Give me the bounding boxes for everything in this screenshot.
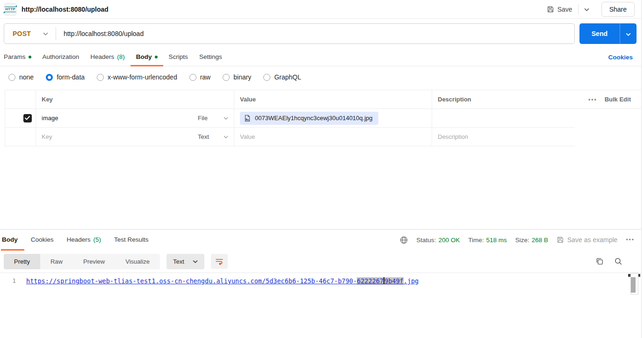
divider: [56, 27, 56, 40]
type-selector[interactable]: Text: [198, 133, 228, 140]
mode-form-data[interactable]: form-data: [46, 73, 85, 81]
copy-icon: [595, 257, 604, 266]
tab-body[interactable]: Body: [130, 49, 163, 66]
drag-handle: [5, 128, 19, 146]
wrap-lines-button[interactable]: [211, 254, 228, 269]
view-pretty[interactable]: Pretty: [4, 254, 40, 269]
value-input[interactable]: Value: [234, 128, 432, 146]
radio-selected-icon: [46, 74, 53, 81]
tab-scripts[interactable]: Scripts: [163, 49, 194, 66]
response-tab-body[interactable]: Body: [1, 230, 24, 251]
scrollbar-track[interactable]: [630, 273, 638, 295]
selected-text: 6222267: [357, 277, 384, 285]
radio-icon: [223, 74, 230, 81]
more-options-icon[interactable]: •••: [588, 96, 597, 103]
size-badge: Size: 268 B: [515, 237, 548, 244]
body-mode-options: none form-data x-www-form-urlencoded raw…: [0, 66, 641, 88]
more-options-icon[interactable]: •••: [626, 237, 635, 243]
file-image-icon: [244, 115, 251, 122]
tab-settings[interactable]: Settings: [194, 49, 228, 66]
editor-scrollbar: [629, 273, 639, 296]
time-badge: Time: 518 ms: [468, 237, 507, 244]
key-input[interactable]: image: [36, 109, 192, 127]
row-checkbox[interactable]: [23, 114, 32, 122]
type-selector[interactable]: File: [198, 115, 228, 122]
mode-none[interactable]: none: [8, 73, 34, 81]
title-bar-actions: Save Share: [542, 2, 635, 17]
response-header: Body Cookies Headers (5) Test Results St: [0, 230, 641, 250]
save-icon: [557, 236, 564, 244]
mode-raw[interactable]: raw: [189, 73, 211, 81]
tab-params[interactable]: Params: [4, 49, 37, 66]
headers-count: (8): [117, 53, 125, 60]
format-selector[interactable]: Text: [166, 254, 204, 269]
mode-binary[interactable]: binary: [223, 73, 251, 81]
send-button[interactable]: Send: [579, 23, 620, 44]
search-button[interactable]: [612, 255, 624, 267]
request-url-row: POST Send: [0, 19, 641, 49]
cookies-link[interactable]: Cookies: [606, 49, 635, 66]
table-row: image File 0073WEAEly1hcqync3cewj30u0140…: [5, 109, 575, 128]
response-url-link[interactable]: https://springboot-web-tlias-test1.oss-c…: [26, 276, 419, 286]
response-meta: Status: 200 OK Time: 518 ms Size: 268 B: [155, 230, 635, 250]
save-icon: [547, 6, 554, 13]
url-bar: POST: [4, 23, 575, 44]
response-tab-cookies[interactable]: Cookies: [24, 230, 60, 251]
view-preview[interactable]: Preview: [73, 254, 115, 269]
file-chip[interactable]: 0073WEAEly1hcqync3cewj30u014010q.jpg: [240, 112, 378, 125]
table-placeholder-row: Key Text Value Description: [5, 128, 575, 146]
drag-handle[interactable]: [5, 109, 19, 127]
response-tab-headers[interactable]: Headers (5): [60, 230, 108, 251]
value-column-header: Value: [234, 90, 432, 108]
method-selector[interactable]: POST: [4, 30, 56, 37]
save-button[interactable]: Save: [542, 3, 577, 16]
description-input[interactable]: Description: [432, 128, 579, 146]
request-title-bar: HTTP http://localhost:8080/upload Save S…: [0, 0, 641, 19]
radio-icon: [263, 74, 270, 81]
response-headers-count: (5): [94, 236, 101, 243]
response-tab-test-results[interactable]: Test Results: [108, 230, 155, 251]
view-visualize[interactable]: Visualize: [115, 254, 160, 269]
mode-x-www-form-urlencoded[interactable]: x-www-form-urlencoded: [97, 73, 177, 81]
spacer: [0, 146, 641, 229]
tab-authorization[interactable]: Authorization: [37, 49, 85, 66]
url-input[interactable]: [64, 24, 574, 43]
radio-icon: [189, 74, 196, 81]
save-as-example-button[interactable]: Save as example: [557, 236, 617, 244]
params-indicator-dot: [29, 56, 31, 58]
search-icon: [614, 257, 622, 266]
check-icon: [25, 116, 30, 120]
line-number: 1: [0, 276, 26, 286]
key-column-header: Key: [36, 90, 234, 108]
code-line: 1 https://springboot-web-tlias-test1.oss…: [0, 276, 641, 286]
send-options-chevron[interactable]: [620, 23, 637, 44]
send-button-group: Send: [579, 23, 637, 44]
response-body-viewer[interactable]: 1 https://springboot-web-tlias-test1.oss…: [0, 273, 641, 338]
description-input[interactable]: [432, 109, 579, 127]
scrollbar-thumb[interactable]: [631, 277, 636, 293]
method-label: POST: [13, 30, 31, 37]
form-data-table: Key Value Description ••• Bulk Edit imag…: [5, 90, 641, 146]
request-title-group: HTTP http://localhost:8080/upload: [4, 3, 109, 16]
table-header-row: Key Value Description ••• Bulk Edit: [5, 90, 641, 109]
wrap-lines-icon: [215, 257, 224, 266]
save-label: Save: [557, 6, 572, 13]
view-raw[interactable]: Raw: [40, 254, 73, 269]
save-options-chevron[interactable]: [579, 3, 594, 15]
mode-graphql[interactable]: GraphQL: [263, 73, 301, 81]
description-column-header: Description: [432, 90, 579, 108]
file-name: 0073WEAEly1hcqync3cewj30u014010q.jpg: [255, 115, 373, 122]
radio-icon: [8, 74, 15, 81]
copy-button[interactable]: [593, 255, 606, 267]
request-title: http://localhost:8080/upload: [22, 6, 109, 13]
response-toolbar: Pretty Raw Preview Visualize Text: [0, 250, 641, 273]
network-globe-icon[interactable]: [400, 236, 408, 244]
bulk-edit-button[interactable]: Bulk Edit: [605, 96, 631, 103]
key-input[interactable]: Key: [36, 128, 192, 146]
view-mode-group: Pretty Raw Preview Visualize: [4, 254, 160, 269]
share-button[interactable]: Share: [601, 2, 635, 17]
tab-headers[interactable]: Headers (8): [85, 49, 130, 66]
radio-icon: [97, 74, 104, 81]
body-indicator-dot: [155, 56, 158, 58]
chevron-down-icon: [626, 33, 631, 36]
